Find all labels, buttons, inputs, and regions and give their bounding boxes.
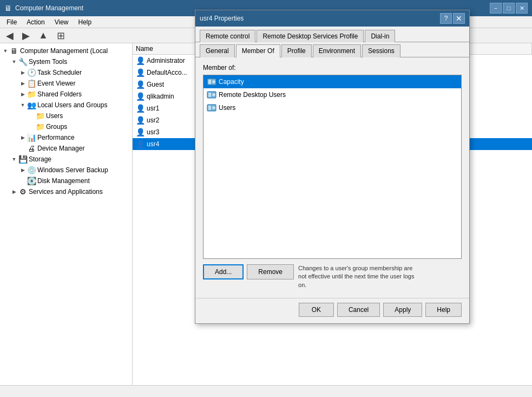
tab-profile[interactable]: Profile	[281, 44, 312, 57]
tab-general[interactable]: General	[200, 44, 235, 57]
svg-rect-4	[208, 93, 211, 97]
tree-item-users[interactable]: 📁 Users	[0, 110, 132, 121]
expand-storage[interactable]: ▼	[10, 155, 18, 164]
forward-button[interactable]: ▶	[18, 28, 34, 43]
services-apps-icon: ⚙	[18, 187, 27, 196]
menu-view[interactable]: View	[50, 17, 73, 27]
member-name-rdp-users: Remote Desktop Users	[219, 91, 286, 99]
user-icon: 👤	[136, 104, 145, 113]
tree-item-system-tools[interactable]: ▼ 🔧 System Tools	[0, 56, 132, 67]
back-button[interactable]: ◀	[2, 28, 17, 43]
computer-icon: 🖥	[10, 47, 18, 55]
user-icon: 👤	[136, 140, 145, 148]
tree-label-users: Users	[46, 112, 63, 120]
shared-folders-icon: 📁	[27, 90, 36, 99]
tab-member-of[interactable]: Member Of	[236, 44, 280, 57]
tab-environment[interactable]: Environment	[313, 44, 361, 57]
groups-folder-icon: 📁	[36, 122, 44, 131]
tree-label-ws-backup: Windows Server Backup	[37, 166, 108, 174]
expand-ws-backup[interactable]: ▶	[18, 166, 27, 174]
member-item-capacity[interactable]: Capacity	[203, 75, 461, 88]
svg-point-2	[212, 80, 215, 83]
dialog-footer: OK Cancel Apply Help	[195, 298, 469, 323]
expand-computer-mgmt[interactable]: ▼	[1, 47, 10, 55]
ok-button[interactable]: OK	[299, 303, 334, 317]
dialog-title: usr4 Properties	[200, 15, 244, 22]
tab-dial-in[interactable]: Dial-in	[365, 30, 395, 42]
tree-item-shared-folders[interactable]: ▶ 📁 Shared Folders	[0, 89, 132, 100]
title-bar-controls: − □ ✕	[490, 3, 528, 14]
tree-label-local-users: Local Users and Groups	[37, 101, 107, 109]
tree-label-groups: Groups	[46, 123, 67, 131]
tab-bar-row2: General Member Of Profile Environment Se…	[195, 42, 469, 57]
tree-label-services-apps: Services and Applications	[29, 188, 103, 196]
properties-dialog: usr4 Properties ? ✕ Remote control Remot…	[195, 10, 470, 324]
minimize-button[interactable]: −	[490, 3, 502, 14]
member-of-label: Member of:	[203, 64, 462, 71]
svg-rect-1	[208, 80, 211, 84]
users-folder-icon: 📁	[36, 112, 44, 120]
dialog-close-button[interactable]: ✕	[453, 13, 465, 24]
tree-item-computer-mgmt[interactable]: ▼ 🖥 Computer Management (Local	[0, 45, 132, 56]
status-bar	[0, 385, 532, 397]
tab-rdp-profile[interactable]: Remote Desktop Services Profile	[257, 30, 364, 42]
remove-button-label: Remove	[258, 268, 283, 276]
close-button[interactable]: ✕	[516, 3, 528, 14]
tree-item-local-users[interactable]: ▼ 👥 Local Users and Groups	[0, 100, 132, 110]
cancel-label: Cancel	[349, 306, 369, 314]
user-icon: 👤	[136, 80, 145, 89]
apply-button[interactable]: Apply	[383, 303, 422, 317]
member-name-users: Users	[219, 104, 235, 112]
expand-system-tools[interactable]: ▼	[10, 57, 18, 66]
tab-dial-in-label: Dial-in	[371, 32, 389, 40]
show-hide-button[interactable]: ⊞	[53, 28, 69, 43]
remove-button[interactable]: Remove	[247, 264, 294, 279]
app-icon: 🖥	[4, 4, 12, 12]
tree-item-groups[interactable]: 📁 Groups	[0, 121, 132, 132]
add-button[interactable]: Add...	[203, 264, 244, 279]
tree-item-services-apps[interactable]: ▶ ⚙ Services and Applications	[0, 186, 132, 197]
user-icon: 👤	[136, 68, 145, 77]
help-button[interactable]: Help	[425, 303, 462, 317]
btn-group: Add... Remove	[203, 264, 294, 279]
tree-label-storage: Storage	[29, 155, 51, 163]
tree-label-device-manager: Device Manager	[37, 145, 84, 152]
maximize-button[interactable]: □	[503, 3, 515, 14]
up-button[interactable]: ▲	[35, 28, 52, 43]
expand-performance[interactable]: ▶	[18, 133, 27, 142]
member-item-users[interactable]: Users	[203, 101, 461, 114]
tree-item-performance[interactable]: ▶ 📊 Performance	[0, 132, 132, 143]
task-scheduler-icon: 🕐	[27, 68, 36, 77]
expand-local-users[interactable]: ▼	[18, 101, 27, 109]
member-item-rdp-users[interactable]: Remote Desktop Users	[203, 88, 461, 101]
cancel-button[interactable]: Cancel	[337, 303, 380, 317]
dialog-help-button[interactable]: ?	[440, 13, 452, 24]
tree-item-storage[interactable]: ▼ 💾 Storage	[0, 154, 132, 165]
tab-remote-control[interactable]: Remote control	[200, 30, 255, 42]
tree-label-disk-mgmt: Disk Management	[37, 177, 90, 185]
tab-member-of-label: Member Of	[242, 47, 274, 55]
window-title: Computer Management	[15, 4, 83, 12]
menu-action[interactable]: Action	[22, 17, 49, 27]
expand-shared-folders[interactable]: ▶	[18, 90, 27, 99]
menu-help[interactable]: Help	[74, 17, 96, 27]
user-name: usr3	[147, 128, 159, 136]
tab-rdp-profile-label: Remote Desktop Services Profile	[262, 32, 358, 40]
tab-sessions[interactable]: Sessions	[362, 44, 400, 57]
expand-task-scheduler[interactable]: ▶	[18, 68, 27, 77]
tree-item-task-scheduler[interactable]: ▶ 🕐 Task Scheduler	[0, 67, 132, 78]
users-icon	[207, 103, 216, 113]
menu-file[interactable]: File	[2, 17, 21, 27]
tree-item-disk-mgmt[interactable]: 💽 Disk Management	[0, 175, 132, 186]
tree-label-task-scheduler: Task Scheduler	[37, 69, 82, 76]
tree-item-ws-backup[interactable]: ▶ 💿 Windows Server Backup	[0, 165, 132, 175]
expand-event-viewer[interactable]: ▶	[18, 79, 27, 88]
tree-label-computer-mgmt: Computer Management (Local	[20, 47, 108, 55]
expand-services-apps[interactable]: ▶	[10, 187, 18, 196]
title-bar-left: 🖥 Computer Management	[4, 4, 83, 12]
user-name: usr4	[147, 140, 159, 148]
ok-label: OK	[312, 306, 321, 314]
performance-icon: 📊	[27, 133, 36, 142]
tree-item-device-manager[interactable]: 🖨 Device Manager	[0, 143, 132, 154]
tree-item-event-viewer[interactable]: ▶ 📋 Event Viewer	[0, 78, 132, 89]
